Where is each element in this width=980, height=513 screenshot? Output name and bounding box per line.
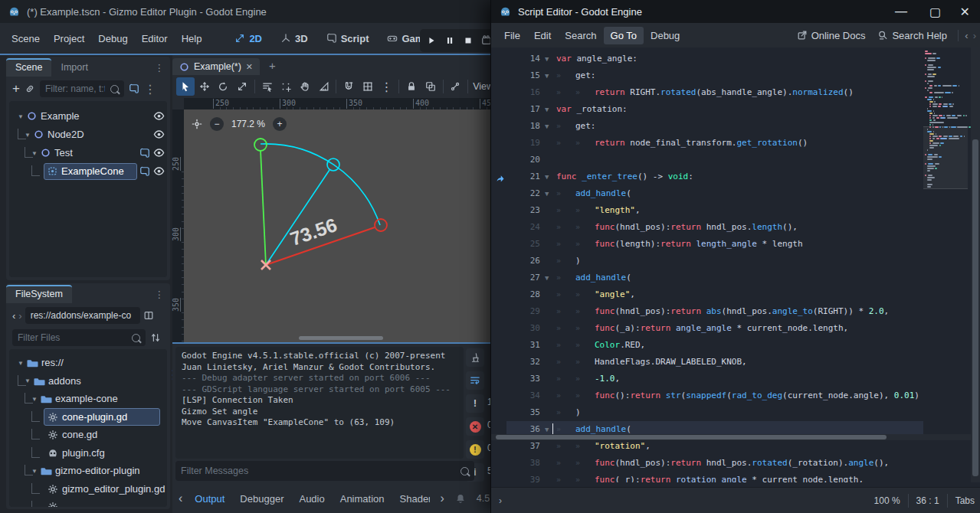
line-number[interactable]: 22	[510, 185, 540, 202]
code-minimap[interactable]	[923, 47, 968, 482]
online-docs-button[interactable]: Online Docs	[797, 30, 866, 41]
code-hscrollbar[interactable]	[491, 434, 971, 440]
fs-tree-row[interactable]: cone-plugin.gd	[9, 408, 167, 426]
line-number[interactable]: 39	[510, 472, 540, 482]
code-hscrollbar-thumb[interactable]	[496, 435, 887, 439]
code-fold-icon[interactable]: ▼	[545, 51, 549, 67]
word-wrap-toggle[interactable]	[466, 371, 484, 390]
attach-script-button[interactable]	[129, 83, 139, 94]
scene-tree-row[interactable]: ▼Test	[9, 144, 167, 162]
fs-tree-row[interactable]: cone.gd	[9, 426, 167, 444]
caret-position[interactable]: 36 : 1	[916, 495, 939, 506]
line-number[interactable]: 18	[510, 118, 540, 135]
bottom-tab-output[interactable]: Output	[193, 490, 226, 508]
tab-scene[interactable]: Scene	[6, 58, 51, 77]
pause-button[interactable]	[444, 35, 455, 46]
bottom-tab-audio[interactable]: Audio	[297, 490, 326, 508]
pan-tool[interactable]	[296, 77, 314, 96]
code-line[interactable]: 32»»HandleFlags.DRAW_LABELED_KNOB,	[491, 354, 923, 371]
visibility-eye-icon[interactable]	[153, 165, 165, 179]
minimize-button[interactable]: —	[895, 5, 907, 18]
bottom-tab-debugger[interactable]: Debugger	[238, 490, 285, 508]
output-filter-input[interactable]: Filter Messages	[175, 461, 474, 481]
error-count-icon[interactable]: ✕	[466, 417, 484, 436]
menu-help[interactable]: Help	[175, 30, 209, 47]
fs-path-input[interactable]: res://addons/example-co	[25, 307, 140, 324]
main-titlebar[interactable]: (*) Example.tscn - Gizmo Editor Plugin -…	[0, 0, 493, 23]
code-line[interactable]: 37»»"rotation",	[491, 438, 923, 455]
code-line[interactable]: 16»»return RIGHT.rotated(abs_handle_angl…	[491, 84, 923, 101]
visibility-eye-icon[interactable]	[153, 110, 165, 124]
line-number[interactable]: 35	[510, 404, 540, 421]
menu-debug[interactable]: Debug	[91, 30, 134, 47]
line-number[interactable]: 29	[510, 303, 540, 320]
chevron-down-icon[interactable]: ▼	[18, 113, 24, 120]
visibility-eye-icon[interactable]	[153, 129, 165, 142]
maximize-button[interactable]: ▢	[929, 5, 941, 19]
menu-edit[interactable]: Edit	[527, 27, 558, 44]
code-line[interactable]: 35»)	[491, 404, 923, 421]
skeleton-menu[interactable]	[447, 77, 465, 96]
line-number[interactable]: 38	[510, 455, 540, 472]
indent-mode[interactable]: Tabs	[955, 495, 975, 506]
list-select-tool[interactable]	[258, 77, 277, 96]
line-number[interactable]: 37	[510, 438, 540, 455]
scene-tree-row[interactable]: ▼Node2D	[9, 126, 167, 144]
chevron-down-icon[interactable]: ▼	[31, 468, 38, 475]
scale-tool[interactable]	[233, 77, 251, 96]
zoom-out-button[interactable]: −	[210, 117, 224, 131]
code-fold-icon[interactable]: ▼	[545, 101, 549, 118]
filesystem-dock-menu-icon[interactable]: ⋮	[149, 286, 171, 303]
show-messages-toggle[interactable]: !	[466, 394, 484, 413]
fs-tree-row[interactable]: ▼example-cone	[9, 390, 167, 408]
line-number[interactable]: 16	[510, 84, 540, 101]
viewport-hscrollbar[interactable]	[299, 336, 383, 340]
add-node-button[interactable]: +	[12, 81, 20, 96]
code-line[interactable]: 21▼func _enter_tree() -> void:	[491, 168, 923, 185]
menu-file[interactable]: File	[497, 27, 527, 44]
chevron-down-icon[interactable]: ▼	[25, 377, 31, 384]
fs-filter-input[interactable]: Filter Files	[12, 329, 146, 346]
scene-filter-input[interactable]: Filter: name, t:t	[40, 80, 124, 97]
workspace-tab-2d[interactable]: 2D	[228, 30, 268, 47]
code-fold-icon[interactable]: ▼	[545, 270, 549, 286]
scene-tree-menu-icon[interactable]: ⋮	[144, 82, 156, 96]
code-vscrollbar[interactable]	[971, 47, 980, 482]
scene-tree-row[interactable]: ▼Example	[9, 107, 167, 126]
history-forward-icon[interactable]: ›	[973, 30, 976, 41]
code-line[interactable]: 38»»func(hndl_pos):return hndl_pos.rotat…	[491, 455, 923, 472]
code-line[interactable]: 33»»-1.0,	[491, 371, 923, 387]
line-number[interactable]: 31	[510, 337, 540, 354]
search-help-button[interactable]: Search Help	[877, 30, 947, 41]
line-number[interactable]: 33	[510, 371, 540, 387]
line-number[interactable]: 30	[510, 320, 540, 337]
fs-tree-row[interactable]: ▼res://	[9, 354, 167, 372]
panel-tabs-right-icon[interactable]: ›	[441, 492, 444, 505]
code-line[interactable]: 24»»func(hndl_pos):return hndl_pos.lengt…	[491, 219, 923, 236]
viewport-2d[interactable]: 73.56 − 177.2 % +	[184, 109, 493, 343]
scene-dock-menu-icon[interactable]: ⋮	[149, 59, 171, 77]
new-scene-tab-button[interactable]: +	[260, 56, 285, 75]
menu-scene[interactable]: Scene	[5, 30, 47, 47]
line-number[interactable]: 19	[510, 135, 540, 152]
smart-snap-toggle[interactable]	[339, 77, 358, 96]
fs-tree-row[interactable]: gizmo_editor_plugin.gd	[9, 480, 167, 498]
play-button[interactable]	[426, 35, 437, 46]
center-view-icon[interactable]	[192, 119, 202, 129]
bottom-tab-animation[interactable]: Animation	[339, 490, 386, 508]
scene-tree-row[interactable]: ExampleCone	[9, 162, 167, 181]
menu-search[interactable]: Search	[558, 27, 603, 44]
chevron-down-icon[interactable]: ▼	[18, 360, 24, 367]
panel-tabs-left-icon[interactable]: ‹	[179, 492, 182, 505]
code-line[interactable]: 31»»Color.RED,	[491, 337, 923, 354]
line-number[interactable]: 25	[510, 236, 540, 253]
code-line[interactable]: 39»»func(_r):return rotation_angle * cur…	[491, 472, 923, 482]
line-number[interactable]: 23	[510, 202, 540, 219]
chevron-down-icon[interactable]: ▼	[31, 396, 38, 403]
code-fold-icon[interactable]: ▼	[545, 185, 549, 202]
notification-bell-icon[interactable]	[455, 493, 466, 504]
code-line[interactable]: 17▼var _rotation:	[491, 101, 923, 118]
select-tool[interactable]	[176, 77, 195, 96]
fs-tree-row[interactable]: ▼addons	[9, 372, 167, 390]
expand-panel-icon[interactable]: ›	[499, 495, 502, 506]
